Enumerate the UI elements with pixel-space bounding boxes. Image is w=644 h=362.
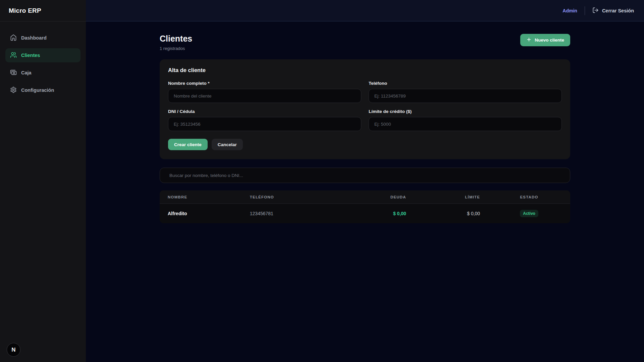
column-header-telefono: Teléfono: [242, 190, 340, 204]
page-title: Clientes: [160, 34, 192, 44]
avatar[interactable]: N: [7, 343, 20, 357]
topbar: Admin Cerrar Sesión: [86, 0, 644, 21]
plus-icon: [526, 37, 532, 43]
field-label: Límite de crédito ($): [369, 109, 562, 114]
page-subtitle: 1 registrados: [160, 46, 192, 51]
avatar-letter: N: [11, 347, 15, 353]
telefono-input[interactable]: [369, 89, 562, 103]
nombre-completo-input[interactable]: [168, 89, 361, 103]
sidebar-item-label: Caja: [21, 70, 32, 75]
client-status-cell: Activo: [488, 204, 570, 224]
page-header: Clientes 1 registrados Nuevo cliente: [160, 34, 570, 51]
sidebar-item-dashboard[interactable]: Dashboard: [5, 31, 80, 45]
status-badge: Activo: [520, 210, 538, 217]
field-label: DNI / Cédula: [168, 109, 361, 114]
cancel-button[interactable]: Cancelar: [212, 139, 243, 150]
gear-icon: [10, 86, 17, 94]
app-title: Micro ERP: [0, 0, 86, 21]
client-limit-cell: $ 0,00: [414, 204, 488, 224]
field-nombre-completo: Nombre completo *: [168, 75, 361, 103]
sidebar: Micro ERP Dashboard Clientes Caja Config…: [0, 0, 86, 362]
field-label: Nombre completo *: [168, 81, 361, 86]
search-input[interactable]: [160, 168, 570, 183]
table-row[interactable]: Alfredito 123456781 $ 0,00 $ 0,00 Activo: [160, 204, 570, 224]
clients-table: Nombre Teléfono Deuda Límite Estado Alfr…: [160, 190, 570, 223]
new-client-form-card: Alta de cliente Nombre completo * Teléfo…: [160, 59, 570, 159]
main-content: Clientes 1 registrados Nuevo cliente Alt…: [86, 21, 644, 362]
sidebar-item-clientes[interactable]: Clientes: [5, 48, 80, 62]
client-phone-cell: 123456781: [242, 204, 340, 224]
create-client-button[interactable]: Crear cliente: [168, 139, 208, 150]
field-dni: DNI / Cédula: [168, 103, 361, 131]
sidebar-item-caja[interactable]: Caja: [5, 66, 80, 80]
sidebar-item-configuracion[interactable]: Configuración: [5, 83, 80, 97]
column-header-estado: Estado: [488, 190, 570, 204]
sidebar-item-label: Configuración: [21, 87, 54, 93]
logout-label: Cerrar Sesión: [602, 8, 634, 13]
sidebar-item-label: Clientes: [21, 53, 40, 58]
home-icon: [10, 34, 17, 42]
form-title: Alta de cliente: [168, 67, 562, 73]
limite-credito-input[interactable]: [369, 117, 562, 131]
admin-user-link[interactable]: Admin: [562, 8, 577, 13]
client-name-cell: Alfredito: [160, 204, 242, 224]
sidebar-nav: Dashboard Clientes Caja Configuración: [0, 21, 86, 107]
field-label: Teléfono: [369, 81, 562, 86]
column-header-nombre: Nombre: [160, 190, 242, 204]
new-client-button[interactable]: Nuevo cliente: [520, 34, 570, 46]
dni-input[interactable]: [168, 117, 361, 131]
field-limite-credito: Límite de crédito ($): [369, 103, 562, 131]
table-header-row: Nombre Teléfono Deuda Límite Estado: [160, 190, 570, 204]
topbar-divider: [585, 6, 585, 15]
form-actions: Crear cliente Cancelar: [168, 139, 562, 150]
column-header-limite: Límite: [414, 190, 488, 204]
field-telefono: Teléfono: [369, 75, 562, 103]
logout-button[interactable]: Cerrar Sesión: [592, 7, 634, 14]
logout-icon: [592, 7, 599, 14]
sidebar-item-label: Dashboard: [21, 35, 47, 41]
column-header-deuda: Deuda: [340, 190, 414, 204]
client-debt-cell: $ 0,00: [340, 204, 414, 224]
users-icon: [10, 52, 17, 59]
cash-icon: [10, 69, 17, 77]
new-client-label: Nuevo cliente: [535, 38, 564, 43]
